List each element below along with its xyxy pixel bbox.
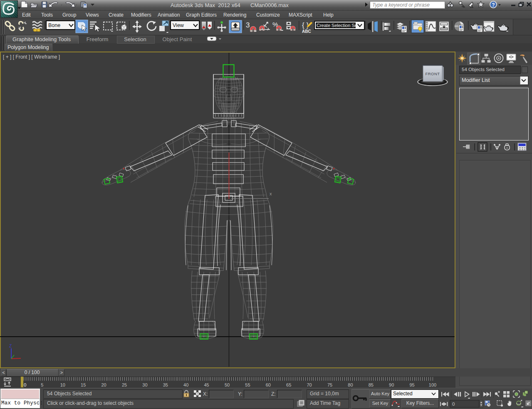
svg-text:95: 95	[409, 382, 414, 387]
svg-text:Create Selection Se: Create Selection Se	[317, 23, 357, 28]
svg-text:50: 50	[225, 382, 230, 387]
svg-text:Z: Z	[9, 344, 12, 348]
svg-text:100: 100	[429, 382, 436, 387]
svg-text:90: 90	[389, 382, 394, 387]
svg-text:60: 60	[266, 382, 271, 387]
svg-text:35: 35	[163, 382, 168, 387]
svg-text:View: View	[173, 22, 184, 28]
svg-text:10: 10	[60, 382, 65, 387]
svg-text:20: 20	[101, 382, 106, 387]
svg-text:75: 75	[327, 382, 332, 387]
svg-text:70: 70	[307, 382, 312, 387]
svg-text:40: 40	[183, 382, 188, 387]
svg-text:FRONT: FRONT	[425, 71, 440, 76]
svg-text:65: 65	[286, 382, 291, 387]
svg-text:?: ?	[492, 2, 495, 8]
svg-text:55: 55	[245, 382, 250, 387]
svg-text:25: 25	[122, 382, 127, 387]
svg-text:15: 15	[81, 382, 86, 387]
svg-text:0: 0	[452, 402, 455, 407]
svg-text:45: 45	[204, 382, 209, 387]
svg-text:ABC: ABC	[302, 29, 311, 34]
svg-text:5: 5	[41, 382, 43, 387]
svg-text:3: 3	[246, 21, 250, 29]
svg-text:80: 80	[348, 382, 353, 387]
svg-text:x: x	[270, 191, 272, 196]
svg-text:Bone: Bone	[48, 22, 60, 28]
svg-text:85: 85	[369, 382, 374, 387]
svg-text:30: 30	[142, 382, 147, 387]
svg-text:0: 0	[24, 382, 26, 387]
